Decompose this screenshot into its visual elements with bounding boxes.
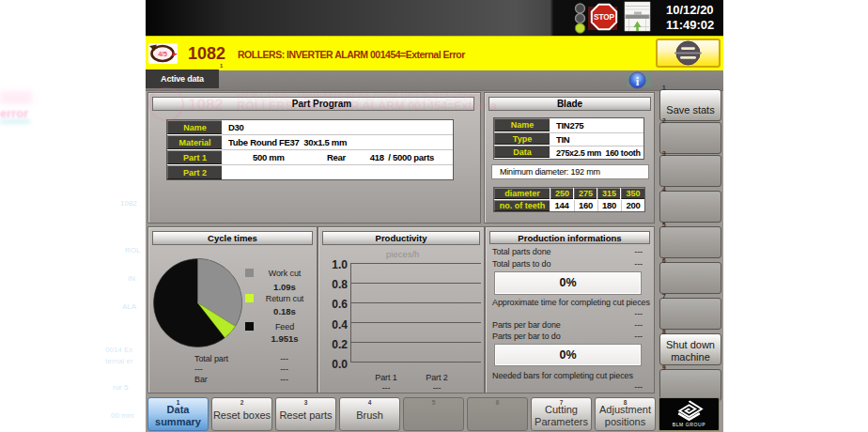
svg-text:4/5: 4/5 xyxy=(158,51,167,57)
svg-text:STOP: STOP xyxy=(594,13,615,22)
svg-text:BLM GROUP: BLM GROUP xyxy=(673,422,705,427)
svg-text:i: i xyxy=(636,74,640,88)
